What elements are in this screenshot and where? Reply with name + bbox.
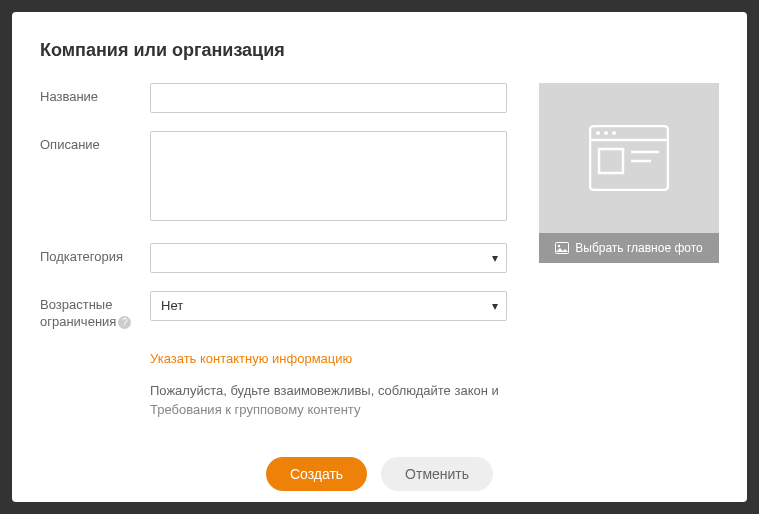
create-button[interactable]: Создать: [266, 457, 367, 491]
form-left: Название Описание Подкатегория Во: [40, 83, 507, 433]
age-select-value: Нет: [161, 298, 183, 313]
description-label: Описание: [40, 131, 150, 154]
svg-rect-0: [590, 126, 668, 190]
help-icon[interactable]: ?: [118, 316, 131, 329]
description-input[interactable]: [150, 131, 507, 221]
choose-photo-button[interactable]: Выбрать главное фото: [539, 233, 719, 263]
choose-photo-label: Выбрать главное фото: [575, 241, 702, 255]
age-select[interactable]: Нет: [150, 291, 507, 321]
subcategory-select[interactable]: [150, 243, 507, 273]
svg-point-3: [604, 131, 608, 135]
name-input[interactable]: [150, 83, 507, 113]
row-contact-link: Указать контактную информацию: [150, 349, 507, 367]
tos-link[interactable]: Требования к групповому контенту: [150, 402, 360, 417]
subcategory-label: Подкатегория: [40, 243, 150, 266]
row-description: Описание: [40, 131, 507, 225]
row-name: Название: [40, 83, 507, 113]
form-right: Выбрать главное фото: [539, 83, 719, 433]
notice-prefix: Пожалуйста, будьте взаимовежливы, соблюд…: [150, 383, 499, 398]
age-label: Возрастные ограничения?: [40, 291, 150, 331]
button-bar: Создать Отменить: [40, 457, 719, 491]
photo-placeholder: [539, 83, 719, 233]
svg-rect-5: [599, 149, 623, 173]
svg-point-4: [612, 131, 616, 135]
svg-point-9: [558, 245, 560, 247]
row-notice: Пожалуйста, будьте взаимовежливы, соблюд…: [150, 381, 507, 419]
form-area: Название Описание Подкатегория Во: [40, 83, 719, 433]
age-label-text: Возрастные ограничения: [40, 297, 116, 329]
browser-window-icon: [589, 125, 669, 191]
image-icon: [555, 242, 569, 254]
svg-point-2: [596, 131, 600, 135]
contact-info-link[interactable]: Указать контактную информацию: [150, 351, 352, 366]
modal-title: Компания или организация: [40, 40, 719, 61]
row-age: Возрастные ограничения? Нет: [40, 291, 507, 331]
name-label: Название: [40, 83, 150, 106]
cancel-button[interactable]: Отменить: [381, 457, 493, 491]
notice-text: Пожалуйста, будьте взаимовежливы, соблюд…: [150, 383, 499, 417]
row-subcategory: Подкатегория: [40, 243, 507, 273]
create-group-modal: Компания или организация Название Описан…: [12, 12, 747, 502]
